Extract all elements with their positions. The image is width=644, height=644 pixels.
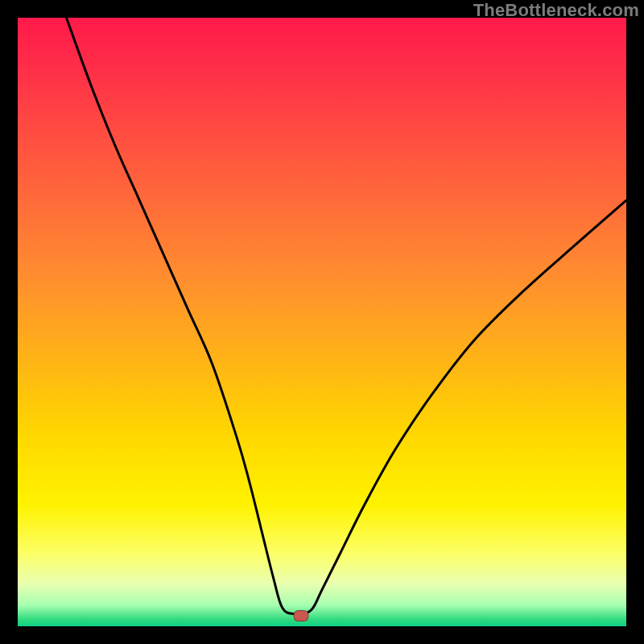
optimal-point-marker (293, 610, 308, 621)
chart-frame: TheBottleneck.com (0, 0, 644, 644)
watermark-text: TheBottleneck.com (473, 0, 639, 21)
bottleneck-curve (18, 18, 626, 626)
plot-area (18, 18, 626, 626)
